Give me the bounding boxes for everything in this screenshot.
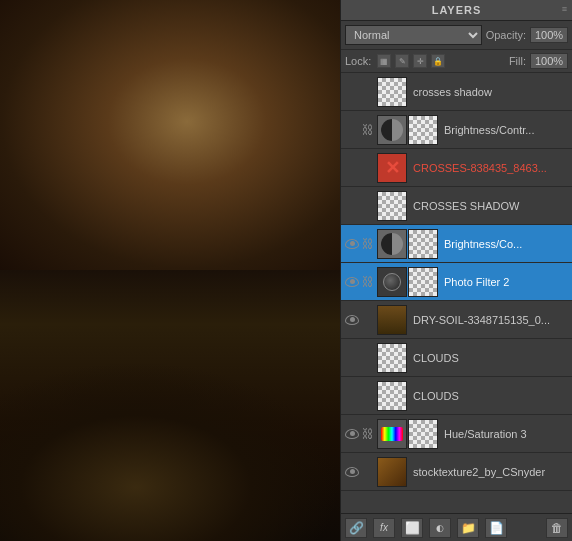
panel-options-icon[interactable]: ≡ xyxy=(562,4,568,14)
brightness-icon xyxy=(381,119,403,141)
layer-thumbnail xyxy=(408,267,438,297)
eye-col[interactable] xyxy=(343,163,361,173)
layer-row[interactable]: ⛓ Brightness/Co... xyxy=(341,225,572,263)
eye-col[interactable] xyxy=(343,315,361,325)
panel-header: LAYERS ≡ xyxy=(341,0,572,21)
canvas-top xyxy=(0,0,340,270)
delete-layer-button[interactable]: 🗑 xyxy=(546,518,568,538)
layer-thumbnail xyxy=(377,77,407,107)
eye-col[interactable] xyxy=(343,87,361,97)
visibility-icon[interactable] xyxy=(345,239,359,249)
layer-thumbnail xyxy=(408,419,438,449)
visibility-icon[interactable] xyxy=(345,277,359,287)
lock-image-icon[interactable]: ✎ xyxy=(395,54,409,68)
fill-value[interactable]: 100% xyxy=(530,53,568,69)
adj-icon xyxy=(377,229,407,259)
visibility-icon[interactable] xyxy=(345,315,359,325)
layer-thumbnail xyxy=(377,343,407,373)
layer-row[interactable]: CROSSES-838435_8463... xyxy=(341,149,572,187)
layer-row[interactable]: ⛓ Brightness/Contr... xyxy=(341,111,572,149)
layer-name: DRY-SOIL-3348715135_0... xyxy=(409,314,570,326)
layer-name: CROSSES SHADOW xyxy=(409,200,570,212)
thumb-group xyxy=(377,419,438,449)
eye-col[interactable] xyxy=(343,467,361,477)
blend-mode-select[interactable]: NormalMultiplyScreenOverlay xyxy=(345,25,482,45)
lock-fill-row: Lock: ▦ ✎ ✛ 🔒 Fill: 100% xyxy=(341,50,572,73)
thumb-group xyxy=(377,381,407,411)
eye-col[interactable] xyxy=(343,277,361,287)
layer-name: Brightness/Contr... xyxy=(440,124,570,136)
eye-col[interactable] xyxy=(343,239,361,249)
lock-all-icon[interactable]: 🔒 xyxy=(431,54,445,68)
layer-name: Hue/Saturation 3 xyxy=(440,428,570,440)
eye-col[interactable] xyxy=(343,391,361,401)
blend-opacity-row: NormalMultiplyScreenOverlay Opacity: 100… xyxy=(341,21,572,50)
layer-name: CLOUDS xyxy=(409,390,570,402)
thumb-group xyxy=(377,77,407,107)
thumb-group xyxy=(377,457,407,487)
layer-thumbnail xyxy=(377,457,407,487)
layer-name: Photo Filter 2 xyxy=(440,276,570,288)
eye-col[interactable] xyxy=(343,353,361,363)
thumb-group xyxy=(377,191,407,221)
layer-row[interactable]: CROSSES SHADOW xyxy=(341,187,572,225)
eye-col[interactable] xyxy=(343,201,361,211)
layer-thumbnail xyxy=(408,115,438,145)
layer-row[interactable]: crosses shadow xyxy=(341,73,572,111)
layer-row[interactable]: DRY-SOIL-3348715135_0... xyxy=(341,301,572,339)
new-layer-button[interactable]: 📄 xyxy=(485,518,507,538)
layer-row[interactable]: CLOUDS xyxy=(341,377,572,415)
visibility-icon[interactable] xyxy=(345,467,359,477)
layer-name: stocktexture2_by_CSnyder xyxy=(409,466,570,478)
chain-col: ⛓ xyxy=(361,427,375,441)
visibility-icon[interactable] xyxy=(345,429,359,439)
canvas-bottom xyxy=(0,270,340,541)
layer-name: crosses shadow xyxy=(409,86,570,98)
lock-label: Lock: xyxy=(345,55,371,67)
opacity-row: Opacity: 100% xyxy=(486,27,568,43)
layer-row[interactable]: stocktexture2_by_CSnyder xyxy=(341,453,572,491)
layer-name: CROSSES-838435_8463... xyxy=(409,162,570,174)
add-mask-button[interactable]: ⬜ xyxy=(401,518,423,538)
new-group-button[interactable]: 📁 xyxy=(457,518,479,538)
layer-name: Brightness/Co... xyxy=(440,238,570,250)
layers-list[interactable]: crosses shadow ⛓ Brightness/Contr... xyxy=(341,73,572,513)
fill-label: Fill: xyxy=(509,55,526,67)
thumb-group xyxy=(377,229,438,259)
layer-row[interactable]: ⛓ Photo Filter 2 xyxy=(341,263,572,301)
adj-icon xyxy=(377,115,407,145)
adjustment-button[interactable]: ◐ xyxy=(429,518,451,538)
brightness-icon xyxy=(381,233,403,255)
opacity-value[interactable]: 100% xyxy=(530,27,568,43)
layer-thumbnail xyxy=(377,381,407,411)
thumb-group xyxy=(377,115,438,145)
layer-thumbnail xyxy=(408,229,438,259)
adj-icon xyxy=(377,267,407,297)
lock-transparent-icon[interactable]: ▦ xyxy=(377,54,391,68)
layer-row[interactable]: ⛓ Hue/Saturation 3 xyxy=(341,415,572,453)
layer-name: CLOUDS xyxy=(409,352,570,364)
chain-col: ⛓ xyxy=(361,237,375,251)
layer-thumbnail xyxy=(377,191,407,221)
canvas-area xyxy=(0,0,340,541)
layers-footer: 🔗 fx ⬜ ◐ 📁 📄 🗑 xyxy=(341,513,572,541)
opacity-label: Opacity: xyxy=(486,29,526,41)
thumb-group xyxy=(377,305,407,335)
lock-position-icon[interactable]: ✛ xyxy=(413,54,427,68)
link-layers-button[interactable]: 🔗 xyxy=(345,518,367,538)
chain-col: ⛓ xyxy=(361,123,375,137)
fx-button[interactable]: fx xyxy=(373,518,395,538)
layers-panel: LAYERS ≡ NormalMultiplyScreenOverlay Opa… xyxy=(340,0,572,541)
eye-col[interactable] xyxy=(343,125,361,135)
layer-thumbnail xyxy=(377,153,407,183)
layer-thumbnail xyxy=(377,305,407,335)
thumb-group xyxy=(377,267,438,297)
fill-row: Fill: 100% xyxy=(509,53,568,69)
thumb-group xyxy=(377,153,407,183)
adj-icon xyxy=(377,419,407,449)
chain-col: ⛓ xyxy=(361,275,375,289)
eye-col[interactable] xyxy=(343,429,361,439)
panel-title: LAYERS xyxy=(432,4,482,16)
lock-icons: ▦ ✎ ✛ 🔒 xyxy=(377,54,445,68)
layer-row[interactable]: CLOUDS xyxy=(341,339,572,377)
